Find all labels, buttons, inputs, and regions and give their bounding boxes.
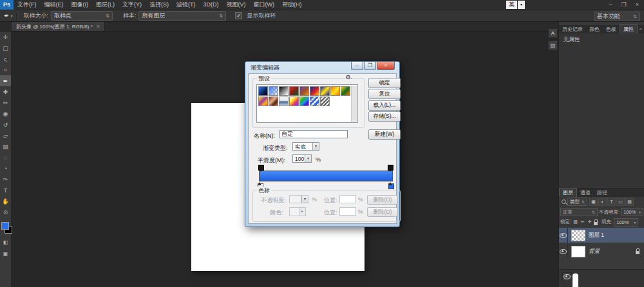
menu-item-2[interactable]: 图像(I) <box>68 0 93 10</box>
dodge-tool[interactable]: ◔ <box>0 163 11 174</box>
presets-menu-gear-icon[interactable]: ⚙. <box>345 74 352 80</box>
stop-position-input[interactable] <box>339 195 356 203</box>
gradient-preset-blue-red-yellow[interactable] <box>310 86 319 96</box>
sample-dropdown[interactable]: 所有图层⇅ <box>138 11 226 21</box>
visibility-toggle[interactable] <box>559 228 568 243</box>
foreground-color-swatch[interactable] <box>1 222 9 230</box>
menu-item-3[interactable]: 图层(L) <box>92 0 118 10</box>
filter-kind-dropdown[interactable]: 类型 ⇅ <box>567 198 587 206</box>
menu-item-7[interactable]: 3D(D) <box>200 0 223 10</box>
tab-3[interactable]: 属性 <box>620 24 638 33</box>
gradient-preset-red-green[interactable] <box>289 86 299 96</box>
menu-item-10[interactable]: 帮助(H) <box>278 0 306 10</box>
dialog-minimize-button[interactable]: – <box>351 62 363 70</box>
show-sampling-ring-checkbox[interactable]: ✓ <box>235 12 242 19</box>
menu-item-9[interactable]: 窗口(W) <box>250 0 279 10</box>
gradient-preset-chrome[interactable] <box>279 97 289 106</box>
hand-tool[interactable]: ✋ <box>0 196 11 207</box>
blur-tool[interactable]: ◌ <box>0 152 11 163</box>
gradient-preset-black-white[interactable] <box>279 86 289 96</box>
ok-button[interactable]: 确定 <box>368 78 401 88</box>
menu-item-4[interactable]: 文字(Y) <box>118 0 146 10</box>
reset-button[interactable]: 复位 <box>368 89 401 99</box>
smoothness-input[interactable]: 100 ▾ <box>292 154 312 163</box>
gradient-preset-fg-to-transparent[interactable] <box>269 86 278 96</box>
gradient-preset-yellow-violet-orange[interactable] <box>258 97 268 106</box>
menu-item-0[interactable]: 文件(F) <box>14 0 41 10</box>
tab-close-icon[interactable]: × <box>97 23 100 30</box>
pen-tool[interactable]: ✑ <box>0 174 11 185</box>
save-button[interactable]: 存储(S)... <box>368 111 401 122</box>
tab-2[interactable]: 色板 <box>603 25 620 33</box>
smart-object-filter-icon[interactable]: ▤ <box>625 198 634 206</box>
new-button[interactable]: 新建(W) <box>368 129 401 140</box>
workspace-dropdown[interactable]: 基本功能⇅ <box>594 12 640 21</box>
load-button[interactable]: 载入(L)... <box>368 100 401 111</box>
adjustment-layer-filter-icon[interactable]: ◐ <box>598 198 607 206</box>
preset-scrollbar[interactable] <box>351 86 357 122</box>
layer-row-layer1[interactable]: 图层 1 <box>559 228 644 243</box>
gradient-preset-transparent-stripes[interactable] <box>310 97 319 106</box>
layers-tab-0[interactable]: 图层 <box>559 188 577 197</box>
delete-color-stop-button[interactable]: 删除(D) <box>367 207 398 217</box>
gradient-preset-violet-orange[interactable] <box>299 86 309 96</box>
delete-opacity-stop-button[interactable]: 删除(D) <box>367 195 398 205</box>
dialog-close-button[interactable]: × <box>377 62 395 70</box>
lock-paint-icon[interactable]: ✏ <box>580 219 585 225</box>
healing-brush-tool[interactable]: ✚ <box>0 86 11 97</box>
layer-thumbnail[interactable] <box>571 230 585 241</box>
eyedropper-icon[interactable]: ✒ <box>4 12 9 19</box>
menu-item-5[interactable]: 选择(S) <box>146 0 173 10</box>
stop-opacity-input[interactable]: ▾ <box>289 195 308 203</box>
stop-color-swatch[interactable]: ▸ <box>289 207 306 216</box>
color-stop-right[interactable] <box>388 183 394 189</box>
gradient-preset-copper[interactable] <box>269 97 278 106</box>
clone-stamp-tool[interactable]: ◉ <box>0 108 11 119</box>
minimize-button[interactable]: – <box>609 0 612 10</box>
document-tab[interactable]: 新头像 @ 100%(图层 1, RGB/8) * × <box>12 22 105 31</box>
ime-dropdown-icon[interactable]: ▾ <box>518 1 525 9</box>
opacity-value[interactable]: 100% ▾ <box>621 208 643 216</box>
tab-0[interactable]: 历史记录 <box>559 25 586 33</box>
sample-size-dropdown[interactable]: 取样点⇅ <box>51 11 113 21</box>
layers-tab-1[interactable]: 通道 <box>577 189 594 197</box>
blend-mode-dropdown[interactable]: 正常 ⇅ <box>560 208 598 216</box>
lock-move-icon[interactable]: ✛ <box>587 219 592 225</box>
visibility-toggle[interactable] <box>562 272 571 281</box>
type-tool[interactable]: T <box>0 185 11 196</box>
layer-thumbnail[interactable] <box>571 246 585 257</box>
menu-item-6[interactable]: 滤镜(T) <box>173 0 200 10</box>
gradient-preview-bar[interactable] <box>259 171 393 181</box>
eyedropper-tool[interactable]: ✒ <box>0 75 11 86</box>
gradient-tool[interactable]: ▧ <box>0 141 11 152</box>
restore-button[interactable]: ❐ <box>621 0 627 10</box>
type-layer-filter-icon[interactable]: T <box>607 198 616 206</box>
tool-preset-arrow-icon[interactable]: ▾ <box>10 14 12 18</box>
menu-item-1[interactable]: 编辑(E) <box>41 0 68 10</box>
paragraph-panel-icon[interactable]: ▤ <box>548 41 558 50</box>
gradient-preset-yellow-pink-purple[interactable] <box>289 97 299 106</box>
crop-tool[interactable]: ⌗ <box>0 64 11 75</box>
lock-all-icon[interactable] <box>594 222 598 225</box>
layers-tab-2[interactable]: 路径 <box>594 189 611 197</box>
menu-item-8[interactable]: 视图(V) <box>223 0 250 10</box>
collapse-dock-icon[interactable]: « <box>639 25 644 33</box>
pixel-layer-filter-icon[interactable]: ▣ <box>589 198 598 206</box>
history-brush-tool[interactable]: ↺ <box>0 119 11 130</box>
gradient-preset-orange-yellow-orange[interactable] <box>330 86 340 96</box>
lasso-tool[interactable]: ς <box>0 53 11 64</box>
layer-row-background[interactable]: 背景 <box>559 244 644 259</box>
ime-indicator[interactable]: 英 <box>506 1 517 9</box>
lock-transparent-icon[interactable]: ▨ <box>573 219 578 225</box>
visibility-toggle[interactable] <box>559 244 568 259</box>
gradient-preset-spectrum[interactable] <box>299 97 309 106</box>
move-tool[interactable]: ✛ <box>0 32 11 42</box>
screen-mode-button[interactable]: ▣ <box>1 250 10 257</box>
gradient-name-input[interactable] <box>279 130 348 138</box>
fill-value[interactable]: 100% ▾ <box>614 218 638 227</box>
gradient-preset-fg-to-bg[interactable] <box>258 86 268 96</box>
dialog-restore-button[interactable]: ❐ <box>364 62 376 70</box>
gradient-preset-blue-yellow-blue[interactable] <box>320 86 330 96</box>
tab-1[interactable]: 颜色 <box>586 25 603 33</box>
brush-tool[interactable]: ✏ <box>0 97 11 108</box>
